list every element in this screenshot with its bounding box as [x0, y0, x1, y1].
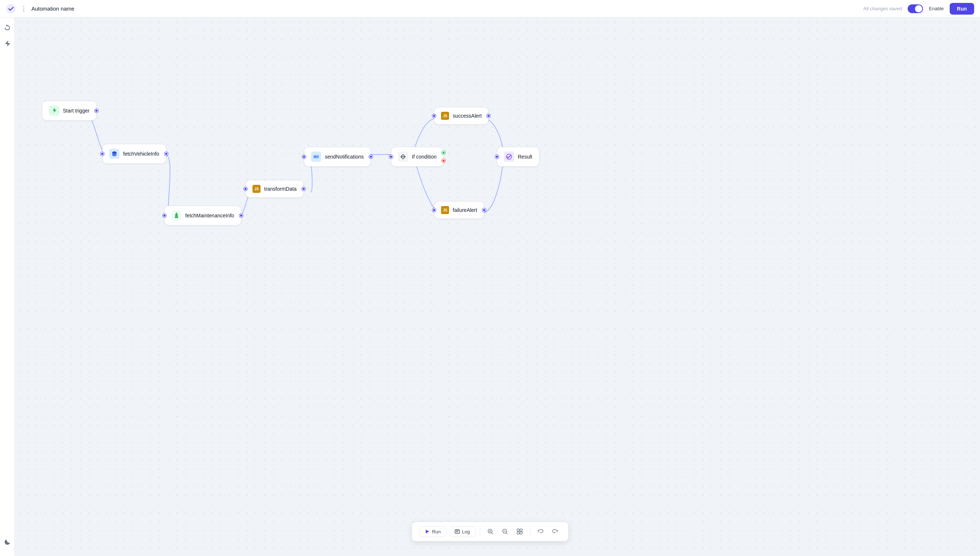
svg-rect-13 [520, 532, 522, 534]
header-actions: All changes saved Enable Run [864, 3, 974, 15]
fetch-icon [171, 210, 182, 221]
success-alert-label: successAlert [453, 113, 482, 119]
node-true-output-dot[interactable] [442, 151, 445, 155]
failure-alert-label: failureAlert [453, 207, 477, 213]
sidebar [0, 18, 15, 556]
lightning-icon[interactable] [3, 39, 12, 48]
success-alert-node[interactable]: JS successAlert [434, 107, 488, 124]
node-input-dot[interactable] [432, 208, 436, 212]
send-icon [311, 152, 321, 162]
svg-rect-5 [317, 156, 319, 158]
result-node[interactable]: Result [497, 147, 539, 166]
fetch-vehicle-node[interactable]: fetchVehicleInfo [102, 144, 166, 164]
node-output-dot[interactable] [302, 187, 306, 191]
node-input-dot[interactable] [163, 214, 166, 217]
transform-data-node[interactable]: JS transformData [246, 180, 304, 198]
run-toolbar-label: Run [432, 529, 441, 535]
enable-toggle[interactable] [908, 4, 923, 13]
enable-label: Enable [929, 6, 943, 11]
send-notifications-label: sendNotifications [325, 154, 364, 160]
svg-rect-4 [314, 156, 317, 158]
log-toolbar-button[interactable]: Log [449, 527, 475, 537]
if-condition-icon [398, 152, 408, 162]
if-condition-node[interactable]: If condition [391, 147, 443, 166]
zoom-in-button[interactable] [485, 526, 496, 537]
node-output-dot[interactable] [239, 214, 243, 217]
run-toolbar-button[interactable]: Run [419, 527, 446, 537]
fetch-vehicle-label: fetchVehicleInfo [123, 151, 159, 157]
more-options-icon[interactable]: ⋮ [21, 5, 27, 13]
header: ⋮ Automation name All changes saved Enab… [0, 0, 980, 18]
svg-rect-11 [520, 529, 522, 531]
history-icon[interactable] [3, 23, 12, 32]
start-trigger-icon [49, 105, 59, 116]
node-output-dot[interactable] [482, 208, 486, 212]
node-input-dot[interactable] [432, 114, 436, 118]
start-trigger-label: Start trigger [63, 108, 89, 114]
node-input-dot[interactable] [302, 155, 306, 158]
send-notifications-node[interactable]: sendNotifications [304, 147, 371, 166]
svg-point-2 [176, 213, 177, 214]
svg-point-0 [6, 4, 16, 13]
js-icon: JS [252, 185, 260, 193]
workflow-canvas[interactable]: Start trigger fetchVehicleInfo fetchMain… [15, 18, 980, 556]
node-output-dot[interactable] [165, 152, 168, 156]
js-icon: JS [441, 206, 449, 214]
node-false-output-dot[interactable] [442, 159, 445, 163]
log-icon [454, 529, 460, 534]
theme-toggle-icon[interactable] [4, 538, 11, 547]
fetch-maintenance-label: fetchMaintenanceInfo [185, 213, 234, 218]
node-input-dot[interactable] [244, 187, 247, 191]
undo-button[interactable] [535, 526, 546, 537]
log-toolbar-label: Log [462, 529, 470, 535]
js-icon: JS [441, 112, 449, 120]
if-condition-label: If condition [412, 154, 437, 160]
postgres-icon [109, 149, 120, 159]
node-output-dot[interactable] [487, 114, 490, 118]
automation-title[interactable]: Automation name [31, 5, 859, 12]
run-button[interactable]: Run [950, 3, 974, 15]
transform-data-label: transformData [264, 186, 297, 192]
failure-alert-node[interactable]: JS failureAlert [434, 201, 484, 219]
app-logo [6, 4, 16, 14]
zoom-out-button[interactable] [499, 526, 511, 537]
toolbar-divider [480, 527, 480, 536]
connections-layer [15, 18, 980, 556]
result-icon [504, 152, 514, 162]
fit-view-button[interactable] [514, 526, 526, 537]
play-icon [425, 529, 430, 534]
toolbar-divider-2 [530, 527, 530, 536]
node-input-dot[interactable] [100, 152, 104, 156]
node-output-dot[interactable] [95, 109, 98, 113]
node-output-dot[interactable] [369, 155, 373, 158]
svg-rect-10 [517, 529, 519, 531]
redo-button[interactable] [549, 526, 561, 537]
result-label: Result [518, 154, 532, 160]
svg-rect-7 [455, 530, 459, 533]
fetch-maintenance-node[interactable]: fetchMaintenanceInfo [165, 206, 241, 225]
save-status: All changes saved [864, 6, 902, 11]
start-trigger-node[interactable]: Start trigger [42, 101, 97, 121]
node-input-dot[interactable] [389, 155, 393, 158]
svg-point-1 [112, 152, 116, 154]
bottom-toolbar: Run Log [411, 522, 569, 541]
svg-rect-12 [517, 532, 519, 534]
node-input-dot[interactable] [495, 155, 499, 158]
